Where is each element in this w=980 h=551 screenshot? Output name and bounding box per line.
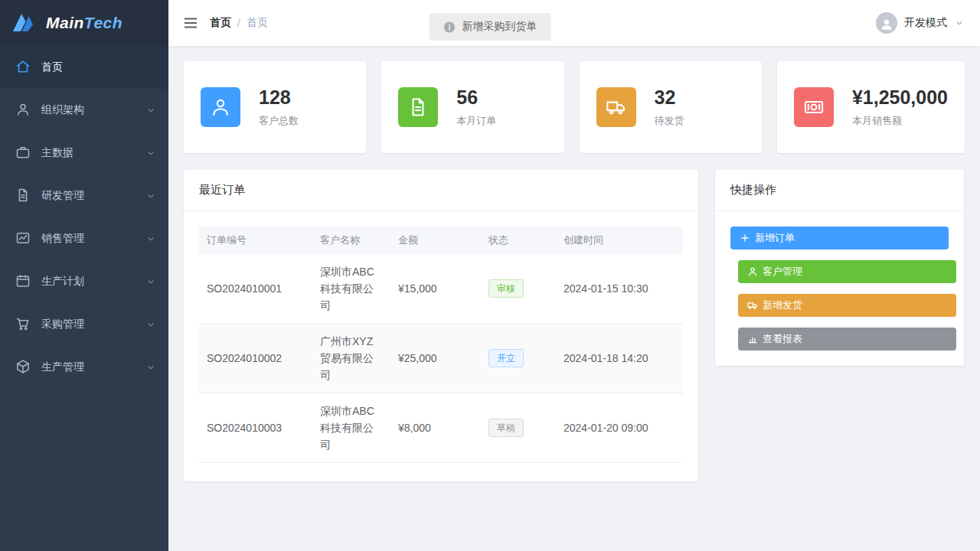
stat-value: ¥1,250,000 [852,86,948,109]
plus-icon [740,233,750,243]
recent-orders-title: 最近订单 [184,170,698,211]
order-customer: 深圳市ABC科技有限公司 [312,254,390,324]
chevron-down-icon [145,362,156,373]
customer-management-label: 客户管理 [763,265,802,279]
sidebar-item-home[interactable]: 首页 [0,46,168,89]
order-no: SO2024010001 [199,254,312,324]
sidebar-item-label: 主数据 [41,146,145,160]
new-purchase-arrival-button[interactable]: 新增采购到货单 [430,13,551,41]
stat-card-monthly-sales: ¥1,250,000 本月销售额 [777,61,965,153]
stat-label: 客户总数 [259,114,299,128]
column-created: 创建时间 [556,227,683,254]
user-icon [747,266,758,277]
stat-label: 本月订单 [456,114,496,128]
stat-card-monthly-orders: 56 本月订单 [381,61,564,153]
column-order-no: 订单编号 [199,227,312,254]
user-mode-label: 开发模式 [904,16,947,30]
breadcrumb-separator: / [237,17,240,29]
column-amount: 金额 [390,227,481,254]
brand-name: MainTech [46,14,122,32]
box-icon [15,359,32,376]
stat-cards: 128 客户总数 56 本月订单 32 待发货 [184,61,965,153]
view-reports-label: 查看报表 [763,332,802,346]
sidebar-item-label: 生产管理 [41,360,145,374]
user-icon [15,102,32,119]
truck-icon [747,300,758,311]
new-order-button[interactable]: 新增订单 [730,227,949,249]
sidebar-item-rd[interactable]: 研发管理 [0,174,168,217]
status-badge: 草稿 [488,419,524,437]
brand-name-tech: Tech [84,14,122,31]
trend-chart-icon [15,230,32,247]
new-order-label: 新增订单 [755,231,795,245]
new-shipment-button[interactable]: 新增发货 [738,294,956,317]
chevron-down-icon [145,105,156,116]
main-content: 128 客户总数 56 本月订单 32 待发货 [168,46,980,551]
sidebar-item-label: 研发管理 [41,189,145,203]
new-purchase-arrival-label: 新增采购到货单 [462,20,537,34]
sidebar-item-label: 采购管理 [41,318,145,331]
order-amount: ¥25,000 [390,324,481,393]
report-icon [747,334,758,344]
brand-name-main: Main [46,14,84,31]
order-no: SO2024010002 [199,324,312,393]
briefcase-icon [15,145,32,161]
breadcrumb-current: 首页 [247,16,268,30]
status-badge: 审核 [488,279,524,298]
order-amount: ¥15,000 [390,254,481,324]
sidebar-item-purchase[interactable]: 采购管理 [0,303,168,346]
sidebar-menu: 首页 组织架构 主数据 研发管理 销售管理 生产计划 [0,46,168,389]
customer-management-button[interactable]: 客户管理 [738,260,956,283]
stat-label: 本月销售额 [852,114,948,128]
sidebar-item-org[interactable]: 组织架构 [0,89,168,132]
order-no: SO2024010003 [199,393,312,463]
home-icon [15,59,32,76]
chevron-down-icon [145,276,156,287]
info-icon [443,21,456,34]
table-row: SO2024010003 深圳市ABC科技有限公司 ¥8,000 草稿 2024… [199,393,683,463]
chevron-down-icon [145,191,156,201]
document-icon [15,187,32,204]
sidebar-item-sales[interactable]: 销售管理 [0,217,168,260]
sidebar-item-masterdata[interactable]: 主数据 [0,132,168,174]
order-amount: ¥8,000 [390,393,481,463]
order-created: 2024-01-18 14:20 [556,324,683,393]
quick-actions-panel: 快捷操作 新增订单 客户管理 新增发货 [715,170,964,366]
hamburger-icon[interactable] [182,15,199,31]
stat-label: 待发货 [655,114,684,128]
breadcrumb-home[interactable]: 首页 [210,16,231,30]
user-icon [201,87,240,127]
sidebar: MainTech 首页 组织架构 主数据 研发管理 销售管理 生 [0,0,168,551]
calendar-icon [15,273,32,290]
document-icon [398,87,438,127]
top-header: 首页 / 首页 新增采购到货单 开发模式 [168,0,980,46]
sidebar-item-production[interactable]: 生产管理 [0,346,168,389]
sidebar-item-production-plan[interactable]: 生产计划 [0,260,168,303]
chevron-down-icon [145,233,156,244]
stat-value: 128 [259,86,299,109]
truck-icon [596,87,636,127]
brand-logo-icon [11,11,41,34]
order-created: 2024-01-15 10:30 [556,254,683,324]
money-icon [794,87,834,127]
column-status: 状态 [481,227,556,254]
sidebar-item-label: 首页 [41,60,156,74]
chevron-down-icon [954,18,965,28]
recent-orders-panel: 最近订单 订单编号 客户名称 金额 状态 创建时间 [184,170,698,481]
breadcrumb: 首页 / 首页 [210,16,268,30]
new-shipment-label: 新增发货 [763,298,802,312]
column-customer: 客户名称 [312,227,390,254]
chevron-down-icon [145,319,156,330]
view-reports-button[interactable]: 查看报表 [738,328,956,350]
sidebar-item-label: 销售管理 [41,232,145,246]
quick-actions-title: 快捷操作 [715,170,964,211]
stat-card-pending-shipments: 32 待发货 [580,61,762,153]
stat-card-customers: 128 客户总数 [184,61,366,153]
sidebar-item-label: 组织架构 [41,103,145,117]
order-created: 2024-01-20 09:00 [556,393,683,463]
stat-value: 32 [655,86,684,109]
table-row: SO2024010002 广州市XYZ贸易有限公司 ¥25,000 开立 202… [199,324,683,393]
avatar [876,12,897,34]
user-menu[interactable]: 开发模式 [876,12,965,34]
table-row: SO2024010001 深圳市ABC科技有限公司 ¥15,000 审核 202… [199,254,683,324]
